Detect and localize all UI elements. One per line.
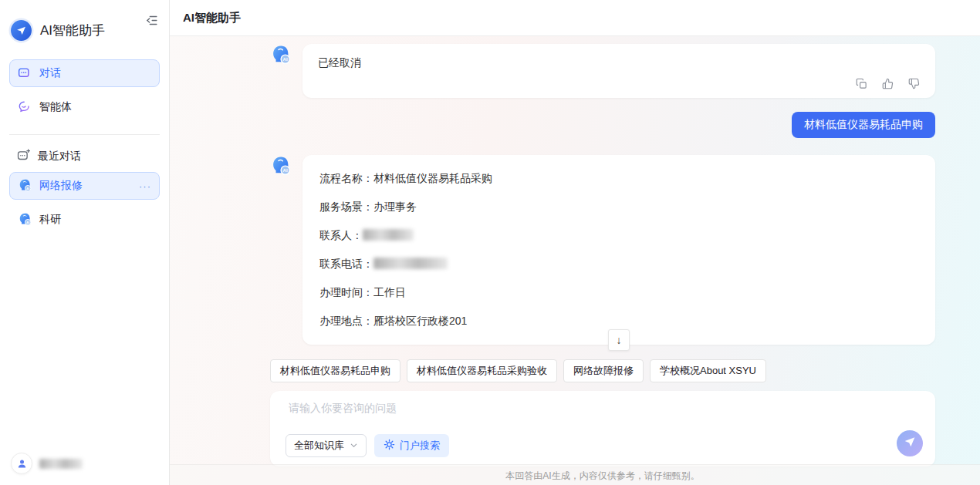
chevron-down-icon (350, 440, 358, 452)
knowledge-base-select-value: 全部知识库 (294, 439, 344, 453)
portal-search-button[interactable]: 门户搜索 (374, 434, 449, 457)
assistant-avatar-icon: AI (270, 44, 291, 65)
scroll-to-bottom-button[interactable]: ↓ (608, 329, 630, 351)
app-window: AI智能助手 对话 (0, 0, 980, 485)
svg-text:AI: AI (283, 167, 288, 173)
paper-plane-icon (904, 436, 916, 451)
portal-search-label: 门户搜索 (400, 439, 440, 453)
svg-text:AI: AI (26, 186, 29, 190)
recent-chats-list: AI 网络报修 ··· AI 科研 (0, 167, 169, 234)
office-hours-line: 办理时间：工作日 (319, 278, 918, 307)
sidebar-divider (9, 134, 160, 135)
copy-icon[interactable] (855, 77, 867, 89)
chat-bubble-plus-icon (18, 66, 32, 82)
suggestion-chip[interactable]: 网络故障报修 (563, 359, 644, 382)
sidebar-item-chat[interactable]: 对话 (9, 59, 160, 87)
assistant-message: AI 已经取消 (270, 44, 935, 98)
assistant-avatar-icon: AI (270, 155, 291, 176)
contact-person-redacted (363, 229, 414, 241)
more-icon[interactable]: ··· (139, 180, 151, 192)
suggestion-chip[interactable]: 材料低值仪器易耗品采购验收 (407, 359, 557, 382)
process-name-line: 流程名称：材料低值仪器易耗品采购 (319, 164, 918, 193)
assistant-message: AI 流程名称：材料低值仪器易耗品采购 服务场景：办理事务 联系人： 联系电话：… (270, 155, 935, 345)
recent-chat-icon (17, 149, 30, 164)
main-panel: AI智能助手 AI 已经取消 (170, 0, 980, 485)
ai-disclaimer: 本回答由AI生成，内容仅供参考，请仔细甄别。 (270, 470, 935, 483)
chat-column: AI 已经取消 (270, 44, 935, 466)
svg-text:AI: AI (283, 56, 288, 62)
sidebar-item-label: 对话 (39, 66, 61, 80)
suggestion-chip[interactable]: 学校概况About XSYU (650, 359, 766, 382)
recent-item-research[interactable]: AI 科研 (9, 206, 160, 234)
service-scene-line: 服务场景：办理事务 (319, 193, 918, 221)
sidebar-nav: 对话 智能体 (0, 41, 169, 121)
user-message-bubble: 材料低值仪器易耗品申购 (792, 112, 935, 138)
knowledge-base-select[interactable]: 全部知识库 (286, 434, 367, 457)
page-title: AI智能助手 (183, 11, 241, 25)
thumbs-down-icon[interactable] (907, 77, 920, 89)
suggestion-chips: 材料低值仪器易耗品申购 材料低值仪器易耗品采购验收 网络故障报修 学校概况Abo… (270, 359, 935, 382)
chat-input[interactable] (289, 402, 886, 434)
contact-person-line: 联系人： (319, 221, 918, 250)
gear-icon (384, 439, 395, 453)
sidebar-user[interactable] (11, 453, 83, 474)
recent-item-label: 科研 (39, 213, 61, 227)
sidebar: AI智能助手 对话 (0, 0, 170, 485)
contact-phone-redacted (373, 258, 448, 269)
send-button[interactable] (897, 430, 923, 456)
contact-phone-line: 联系电话： (319, 250, 918, 278)
sidebar-header: AI智能助手 (0, 0, 169, 41)
assistant-avatar-icon: AI (18, 212, 32, 228)
chat-area: AI 已经取消 (170, 36, 980, 485)
thumbs-up-icon[interactable] (881, 77, 894, 89)
recent-item-network-repair[interactable]: AI 网络报修 ··· (9, 172, 160, 200)
svg-text:AI: AI (26, 220, 29, 224)
disclaimer-strip: 本回答由AI生成，内容仅供参考，请仔细甄别。 (170, 464, 980, 485)
username-redacted (39, 459, 83, 469)
composer: 全部知识库 (270, 391, 935, 466)
composer-controls: 全部知识库 (286, 434, 449, 457)
message-actions (855, 77, 920, 89)
suggestion-chip[interactable]: 材料低值仪器易耗品申购 (270, 359, 400, 382)
recent-chats-title: 最近对话 (38, 150, 81, 163)
recent-chats-header: 最近对话 (0, 146, 169, 167)
sidebar-collapse-icon[interactable] (143, 12, 160, 29)
robot-face-plus-icon (18, 99, 32, 116)
user-message: 材料低值仪器易耗品申购 (270, 112, 935, 138)
assistant-message-card: 已经取消 (302, 44, 935, 98)
app-logo-icon (11, 20, 32, 41)
app-title: AI智能助手 (40, 22, 105, 39)
assistant-message-card: 流程名称：材料低值仪器易耗品采购 服务场景：办理事务 联系人： 联系电话： 办理… (302, 155, 935, 345)
page-header: AI智能助手 (170, 0, 980, 36)
sidebar-item-agents[interactable]: 智能体 (9, 93, 160, 121)
assistant-avatar-icon: AI (18, 178, 32, 194)
sidebar-item-label: 智能体 (39, 100, 72, 114)
arrow-down-icon: ↓ (617, 334, 622, 346)
assistant-message-text: 已经取消 (318, 56, 361, 69)
user-avatar-icon (11, 453, 32, 474)
recent-item-label: 网络报修 (39, 179, 83, 193)
